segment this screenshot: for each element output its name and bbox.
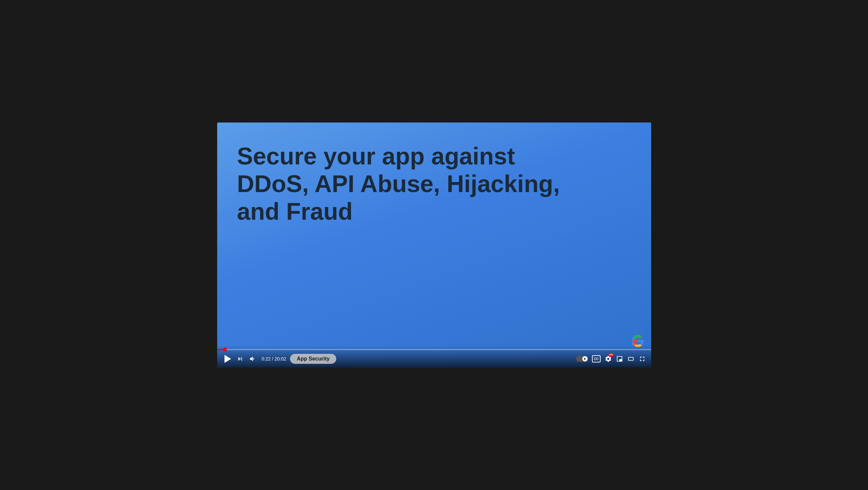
toggle-track bbox=[576, 356, 588, 362]
volume-icon bbox=[249, 355, 256, 363]
play-button[interactable] bbox=[222, 353, 232, 364]
controls-overlay: 0:22 / 20:02 App Security bbox=[217, 346, 651, 368]
mute-button[interactable] bbox=[248, 354, 258, 364]
current-time: 0:22 bbox=[262, 356, 271, 362]
theater-mode-icon bbox=[627, 355, 634, 363]
skip-button[interactable] bbox=[235, 354, 245, 364]
play-icon bbox=[224, 355, 231, 363]
cc-icon: CC bbox=[592, 355, 600, 363]
fullscreen-icon bbox=[639, 355, 646, 363]
video-title: Secure your app against DDoS, API Abuse,… bbox=[237, 142, 585, 225]
settings-button[interactable]: HD bbox=[604, 355, 612, 363]
total-time: 20:02 bbox=[274, 356, 286, 362]
theater-mode-button[interactable] bbox=[627, 355, 634, 363]
hd-badge: HD bbox=[609, 353, 614, 356]
fullscreen-button[interactable] bbox=[639, 355, 646, 363]
cc-button[interactable]: CC bbox=[592, 355, 600, 363]
svg-text:CC: CC bbox=[594, 357, 598, 361]
autoplay-toggle[interactable] bbox=[576, 356, 588, 362]
miniplayer-button[interactable] bbox=[616, 355, 623, 363]
toggle-knob bbox=[582, 356, 588, 362]
autoplay-play-icon bbox=[584, 357, 586, 360]
time-display: 0:22 / 20:02 bbox=[262, 356, 286, 362]
progress-bar-fill bbox=[217, 349, 225, 350]
chapter-label: App Security bbox=[290, 354, 336, 364]
controls-bar: 0:22 / 20:02 App Security bbox=[217, 352, 651, 368]
progress-bar[interactable] bbox=[217, 349, 651, 350]
right-controls: CC HD bbox=[576, 355, 646, 363]
miniplayer-icon bbox=[616, 355, 623, 363]
skip-icon bbox=[237, 355, 244, 363]
video-player: Secure your app against DDoS, API Abuse,… bbox=[217, 122, 651, 368]
